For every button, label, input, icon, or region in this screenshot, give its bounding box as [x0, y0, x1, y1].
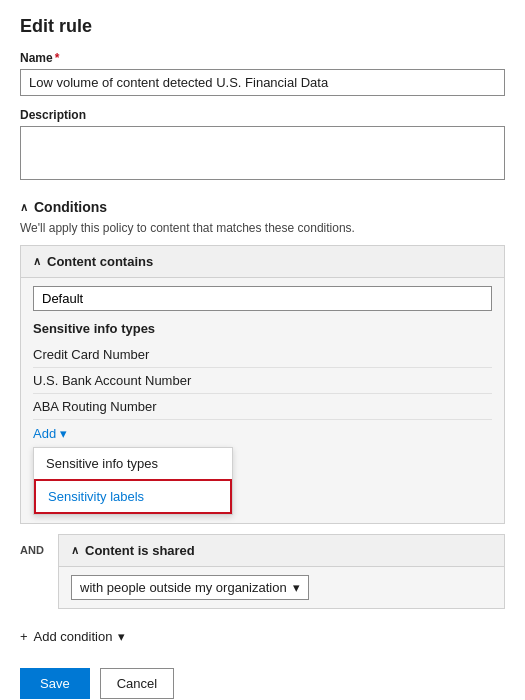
conditions-title: Conditions — [34, 199, 107, 215]
conditions-section-header: ∧ Conditions — [20, 199, 505, 215]
and-wrapper: AND ∧ Content is shared with people outs… — [20, 534, 505, 609]
required-star: * — [55, 51, 60, 65]
cancel-button[interactable]: Cancel — [100, 668, 174, 699]
add-condition-chevron: ▾ — [118, 629, 125, 644]
content-contains-header: ∧ Content contains — [21, 246, 504, 278]
content-contains-chevron: ∧ — [33, 255, 41, 268]
content-is-shared-box: ∧ Content is shared with people outside … — [58, 534, 505, 609]
add-dropdown-menu: Sensitive info types Sensitivity labels — [33, 447, 233, 515]
page-title: Edit rule — [20, 16, 505, 37]
info-item-bank-account: U.S. Bank Account Number — [33, 368, 492, 394]
content-is-shared-header: ∧ Content is shared — [59, 535, 504, 567]
content-is-shared-title: Content is shared — [85, 543, 195, 558]
footer-actions: Save Cancel — [20, 668, 505, 699]
add-condition-label: Add condition — [34, 629, 113, 644]
default-select[interactable]: Default — [33, 286, 492, 311]
content-contains-title: Content contains — [47, 254, 153, 269]
save-button[interactable]: Save — [20, 668, 90, 699]
add-condition-button[interactable]: + Add condition ▾ — [20, 625, 125, 648]
description-input[interactable] — [20, 126, 505, 180]
description-label: Description — [20, 108, 505, 122]
plus-icon: + — [20, 629, 28, 644]
shared-select[interactable]: with people outside my organization ▾ — [71, 575, 309, 600]
shared-select-chevron: ▾ — [293, 580, 300, 595]
info-item-aba-routing: ABA Routing Number — [33, 394, 492, 420]
shared-select-value: with people outside my organization — [80, 580, 287, 595]
and-label: AND — [20, 534, 50, 556]
name-label: Name* — [20, 51, 505, 65]
conditions-description: We'll apply this policy to content that … — [20, 221, 505, 235]
sensitive-info-label: Sensitive info types — [33, 321, 492, 336]
name-input[interactable] — [20, 69, 505, 96]
add-button[interactable]: Add ▾ — [33, 420, 67, 447]
content-contains-box: ∧ Content contains Default Sensitive inf… — [20, 245, 505, 524]
conditions-chevron: ∧ — [20, 201, 28, 214]
add-chevron-icon: ▾ — [60, 426, 67, 441]
add-button-label: Add — [33, 426, 56, 441]
dropdown-item-sensitive-info[interactable]: Sensitive info types — [34, 448, 232, 479]
info-item-credit-card: Credit Card Number — [33, 342, 492, 368]
dropdown-item-sensitivity-labels[interactable]: Sensitivity labels — [34, 479, 232, 514]
shared-chevron: ∧ — [71, 544, 79, 557]
